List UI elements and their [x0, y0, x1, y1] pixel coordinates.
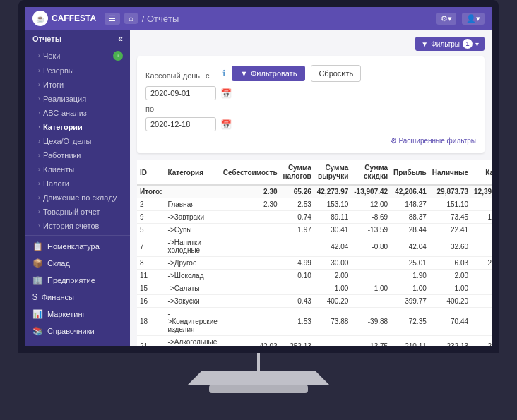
home-button[interactable]: ⌂ — [124, 13, 138, 24]
user-button[interactable]: 👤▾ — [462, 13, 485, 25]
filter-arrow: ▾ — [475, 40, 479, 48]
cell-tax: 0.74 — [280, 211, 314, 224]
arrow-icon: › — [38, 152, 40, 159]
total-card: 12,395.24 — [471, 185, 492, 198]
monitor-base — [188, 371, 329, 385]
sidebar-item-label: АВС-анализ — [43, 109, 87, 117]
monitor-screen: ☕ CAFFESTA ☰ ⌂ / Отчёты ⚙▾ 👤▾ — [18, 0, 499, 353]
cell-cash: 32.60 — [429, 236, 471, 257]
table-row: 9->Завтраки0.7489.11-8.6988.3773.4515.66… — [137, 211, 492, 224]
sidebar-item-label: Движение по складу — [43, 193, 117, 202]
cell-revenue: 89.11 — [314, 211, 352, 224]
cell-cost — [220, 257, 280, 270]
cell-card: 20.00 — [471, 336, 492, 347]
cell-id: 16 — [137, 295, 165, 308]
col-tax: Сумманалогов — [280, 160, 314, 185]
po-row: по — [145, 104, 361, 113]
menu-button[interactable]: ☰ — [105, 13, 120, 25]
cell-category: ->Супы — [165, 224, 220, 236]
spravochniki-icon: 📚 — [32, 326, 43, 336]
sidebar-item-rabotniki[interactable]: › Работники — [25, 148, 130, 162]
cell-card: 0 — [471, 282, 492, 295]
sidebar-item-spravochniki[interactable]: 📚 Справочники — [25, 323, 130, 340]
reset-button[interactable]: Сбросить — [311, 65, 361, 82]
date-to-input[interactable] — [145, 117, 216, 131]
cell-category: ->Завтраки — [165, 211, 220, 224]
sidebar-item-klienty[interactable]: › Клиенты — [25, 162, 130, 176]
sidebar-item-reservy[interactable]: › Резервы — [25, 64, 130, 78]
settings-button[interactable]: ⚙▾ — [436, 13, 456, 25]
advanced-filters[interactable]: ⚙ Расширенные фильтры — [145, 137, 476, 145]
total-cost: 2.30 — [220, 185, 280, 198]
sidebar-item-tovarnyi[interactable]: › Товарный отчет — [25, 205, 130, 219]
filter-row: Кассовый день с ℹ ▼ Фильтровать Сбросит — [145, 65, 476, 131]
cell-profit: 88.37 — [391, 211, 429, 224]
cell-tax — [280, 282, 314, 295]
cell-profit: 210.11 — [391, 336, 429, 347]
cell-cost — [220, 308, 280, 336]
sidebar-item-cexa[interactable]: › Цеха/Отделы — [25, 134, 130, 148]
sidebar-item-realizacia[interactable]: › Реализация — [25, 92, 130, 106]
arrow-icon: › — [38, 81, 40, 88]
cell-cash: 232.13 — [429, 336, 471, 347]
sidebar-item-nomenklatura[interactable]: 📋 Номенклатура — [25, 238, 130, 255]
sidebar-item-itogi[interactable]: › Итоги — [25, 78, 130, 92]
col-category: Категория — [165, 160, 220, 185]
cell-id: 21 — [137, 336, 165, 347]
cell-profit: 42.04 — [391, 236, 429, 257]
filter-button[interactable]: ▼ Фильтровать — [232, 66, 305, 81]
cell-profit: 72.35 — [391, 308, 429, 336]
logo-icon: ☕ — [32, 11, 48, 26]
cell-id: 5 — [137, 224, 165, 236]
date-to-row: 📅 — [145, 117, 361, 131]
table-row: 8->Другое4.9930.0025.016.0323.970 — [137, 257, 492, 270]
sidebar-item-label: Категории — [43, 123, 83, 131]
sidebar-item-label: Товарный отчет — [43, 208, 100, 216]
sidebar-item-finansy[interactable]: $ Финансы — [25, 289, 130, 306]
sidebar-item-istoria[interactable]: › История счетов — [25, 219, 130, 233]
cell-tax: 252.13 — [280, 336, 314, 347]
cell-category: ->Напитки холодные — [165, 236, 220, 257]
breadcrumb: / Отчёты — [142, 13, 179, 24]
cell-cash: 2.00 — [429, 270, 471, 282]
table-row: 7->Напитки холодные42.04-0.8042.0432.609… — [137, 236, 492, 257]
col-profit: Прибыль — [391, 160, 429, 185]
arrow-icon: › — [38, 180, 40, 187]
table-row: 15->Салаты1.00-1.001.001.0000 — [137, 282, 492, 295]
cell-discount: -13.75 — [351, 336, 391, 347]
sidebar-item-kategorii[interactable]: › Категории — [25, 120, 130, 134]
arrow-icon: › — [38, 109, 40, 116]
cell-cost — [220, 236, 280, 257]
cell-cash: 70.44 — [429, 308, 471, 336]
finansy-icon: $ — [32, 292, 37, 302]
cell-discount: -13.59 — [351, 224, 391, 236]
cell-card: 9.44 — [471, 236, 492, 257]
sidebar-item-abc[interactable]: › АВС-анализ — [25, 106, 130, 120]
sidebar-item-sklad[interactable]: 📦 Склад — [25, 255, 130, 272]
cell-discount — [351, 270, 391, 282]
calendar-icon-to[interactable]: 📅 — [220, 119, 232, 130]
logo: ☕ CAFFESTA — [32, 11, 96, 26]
monitor-stand — [257, 353, 260, 371]
cell-category: ->Другое — [165, 257, 220, 270]
sidebar-item-predpriyatie[interactable]: 🏢 Предприятие — [25, 272, 130, 289]
cell-cost — [220, 282, 280, 295]
cell-id: 8 — [137, 257, 165, 270]
calendar-icon-from[interactable]: 📅 — [220, 88, 232, 99]
sidebar-item-nalogi[interactable]: › Налоги — [25, 176, 130, 191]
arrow-icon: › — [38, 52, 40, 59]
cell-discount — [351, 257, 391, 270]
date-from-input[interactable] — [145, 86, 216, 100]
filter-count: 1 — [463, 39, 473, 49]
sidebar-item-marketing[interactable]: 📊 Маркетинг — [25, 306, 130, 323]
cell-discount — [351, 295, 391, 308]
cell-id: 7 — [137, 236, 165, 257]
sidebar-collapse-icon[interactable]: « — [118, 34, 123, 44]
logo-text: CAFFESTA — [52, 13, 96, 23]
cell-category: ->Салаты — [165, 282, 220, 295]
cell-profit: 148.27 — [391, 198, 429, 211]
sidebar-item-dvizhenie[interactable]: › Движение по складу — [25, 191, 130, 205]
sidebar-item-cheki[interactable]: › Чеки + — [25, 48, 130, 64]
table-row: 16->Закуски0.43400.20399.77400.2000 — [137, 295, 492, 308]
col-cost: Себестоимость — [220, 160, 280, 185]
